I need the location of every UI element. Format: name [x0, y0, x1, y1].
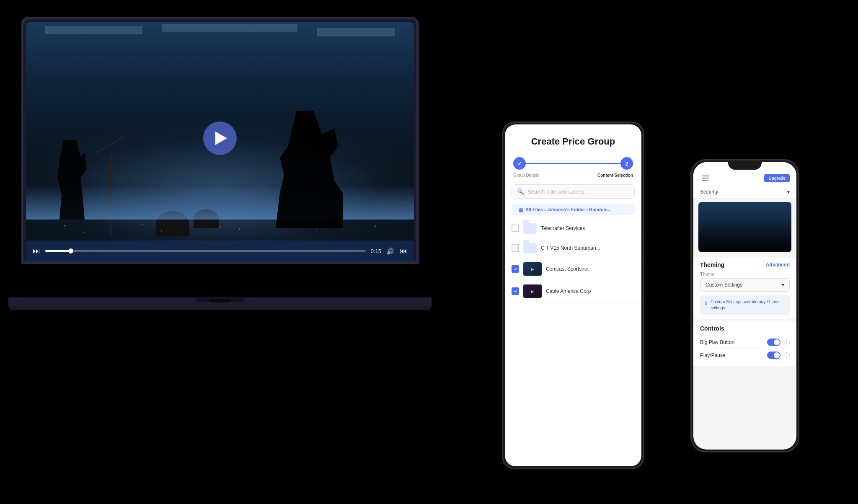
info-icon: ℹ — [705, 300, 707, 307]
progress-bar[interactable] — [45, 250, 366, 252]
info-box: ℹ Custom Settings override any Theme set… — [700, 295, 790, 315]
search-box[interactable]: 🔍 Search Title and Labels... — [512, 184, 635, 199]
video-thumbnail-2 — [523, 284, 542, 298]
control-row-1: Big Play Button i — [700, 336, 790, 349]
volume-button[interactable]: 🔊 — [386, 247, 395, 255]
step-1-label: Group Details — [513, 173, 539, 178]
video-thumbnail-1 — [523, 262, 542, 276]
video-controls-bar: ⏭ 0:15 🔊 ⏮ — [26, 240, 414, 261]
play-icon — [215, 132, 227, 145]
next-button[interactable]: ⏭ — [33, 247, 40, 256]
theme-dropdown[interactable]: Custom Settings ▾ — [700, 278, 790, 292]
file-checkbox-2[interactable] — [512, 244, 519, 252]
file-name-1: Telecrafter Services — [541, 225, 635, 231]
phone-notch — [728, 160, 762, 170]
time-display: 0:15 — [371, 248, 381, 254]
laptop-notch — [209, 299, 230, 302]
list-item[interactable]: C T V15 North Suburban... — [505, 238, 641, 258]
upgrade-button[interactable]: Upgrade — [764, 174, 790, 182]
folder-icon — [523, 223, 537, 234]
list-item[interactable]: Comcast Sportsnet — [505, 258, 641, 280]
theme-label: Theme — [700, 271, 790, 277]
breadcrumb-text: All Files › Johanna's Folder › Random... — [525, 207, 612, 212]
controls-section: Controls Big Play Button i Play/Pause i — [693, 321, 796, 366]
advanced-link[interactable]: Advanced — [766, 262, 790, 268]
security-label: Security — [700, 189, 718, 195]
rewind-button[interactable]: ⏮ — [400, 247, 407, 256]
step-labels: Group Details Content Selection — [505, 171, 641, 181]
phone-screen: Upgrade Security ▾ Theming Advanced Them… — [693, 162, 796, 450]
tablet-content: Create Price Group ✓ 2 Group Details Con… — [505, 124, 641, 466]
chevron-down-icon: ▾ — [787, 189, 790, 195]
theming-title-row: Theming Advanced — [700, 261, 790, 268]
list-item[interactable]: Telecrafter Services — [505, 219, 641, 238]
menu-line-3 — [702, 180, 709, 181]
info-circle-2[interactable]: i — [784, 352, 790, 358]
control-right-2: i — [767, 352, 790, 359]
laptop-base — [8, 297, 432, 310]
control-row-2: Play/Pause i — [700, 349, 790, 362]
tablet-device: Create Price Group ✓ 2 Group Details Con… — [502, 121, 644, 469]
laptop-hinge — [195, 297, 245, 302]
phone-content: Upgrade Security ▾ Theming Advanced Them… — [693, 162, 796, 450]
phone-video-thumbnail — [698, 202, 791, 252]
tablet-screen: Create Price Group ✓ 2 Group Details Con… — [505, 124, 641, 466]
menu-line-2 — [702, 178, 709, 178]
theming-title: Theming — [700, 261, 724, 268]
phone-device: Upgrade Security ▾ Theming Advanced Them… — [690, 159, 799, 452]
file-name-3: Comcast Sportsnet — [546, 266, 635, 272]
progress-fill — [45, 250, 71, 252]
step-line — [526, 163, 620, 164]
file-name-4: Cable America Corp — [546, 288, 635, 294]
control-name-1: Big Play Button — [700, 339, 734, 345]
tablet-header: Create Price Group — [505, 124, 641, 152]
breadcrumb-icon: ▦ — [518, 206, 524, 213]
tablet-title: Create Price Group — [513, 136, 633, 147]
step-2-circle: 2 — [620, 157, 633, 170]
file-checkbox-3[interactable] — [512, 265, 519, 273]
theme-chevron-icon: ▾ — [782, 282, 784, 288]
toggle-play-pause[interactable] — [767, 352, 780, 359]
folder-icon — [523, 243, 537, 253]
breadcrumb[interactable]: ▦ All Files › Johanna's Folder › Random.… — [512, 204, 635, 215]
silhouette-main — [267, 111, 351, 228]
search-placeholder-text: Search Title and Labels... — [527, 189, 589, 195]
file-list: Telecrafter Services C T V15 North Subur… — [505, 217, 641, 466]
theme-value: Custom Settings — [706, 282, 742, 288]
file-checkbox-4[interactable] — [512, 287, 519, 295]
steps-row: ✓ 2 — [505, 152, 641, 171]
file-checkbox-1[interactable] — [512, 225, 519, 232]
menu-icon[interactable] — [700, 174, 711, 182]
concert-background: ⏭ 0:15 🔊 ⏮ — [26, 22, 414, 261]
step-2-label: Content Selection — [597, 173, 633, 178]
file-name-2: C T V15 North Suburban... — [541, 245, 635, 251]
stage-trusses — [26, 22, 414, 72]
security-dropdown[interactable]: Security ▾ — [693, 186, 796, 199]
info-circle-1[interactable]: i — [784, 339, 790, 345]
laptop-device: ⏭ 0:15 🔊 ⏮ — [21, 17, 427, 310]
controls-title: Controls — [700, 325, 790, 332]
laptop-screen: ⏭ 0:15 🔊 ⏮ — [26, 22, 414, 261]
progress-thumb — [68, 248, 73, 253]
play-button[interactable] — [203, 121, 237, 155]
search-icon: 🔍 — [517, 188, 524, 195]
control-name-2: Play/Pause — [700, 352, 726, 358]
menu-line-1 — [702, 176, 709, 176]
scene: ⏭ 0:15 🔊 ⏮ — [0, 0, 858, 504]
toggle-big-play[interactable] — [767, 339, 780, 346]
theming-section: Theming Advanced Theme Custom Settings ▾… — [693, 257, 796, 319]
laptop-body: ⏭ 0:15 🔊 ⏮ — [21, 17, 419, 264]
info-text: Custom Settings override any Theme setti… — [711, 299, 785, 311]
step-1-circle: ✓ — [513, 157, 526, 170]
control-right-1: i — [767, 339, 790, 346]
list-item[interactable]: Cable America Corp — [505, 280, 641, 302]
